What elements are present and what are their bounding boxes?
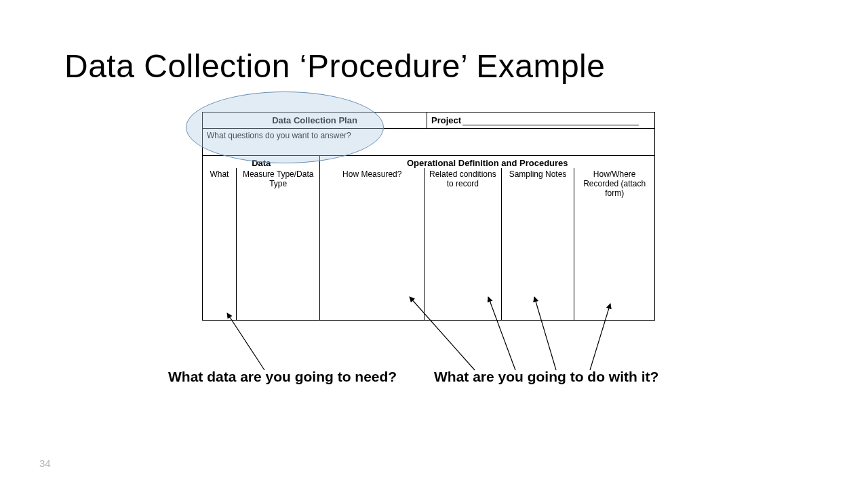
col-recorded: How/Where Recorded (attach form)	[574, 168, 654, 320]
slide: Data Collection ‘Procedure’ Example Data…	[0, 0, 868, 488]
project-label: Project	[431, 115, 461, 125]
annotation-right: What are you going to do with it?	[434, 369, 658, 385]
columns-row: What Measure Type/Data Type How Measured…	[203, 168, 654, 320]
page-number: 34	[39, 458, 51, 469]
col-sampling: Sampling Notes	[502, 168, 575, 320]
svg-line-0	[227, 313, 264, 370]
slide-title: Data Collection ‘Procedure’ Example	[64, 47, 605, 85]
col-what: What	[203, 168, 237, 320]
col-measure: Measure Type/Data Type	[237, 168, 321, 320]
group-header-row: Data Operational Definition and Procedur…	[203, 156, 654, 168]
project-blank-line	[462, 118, 639, 125]
annotation-left: What data are you going to need?	[168, 369, 397, 385]
group-data-header: Data	[203, 156, 320, 168]
group-op-header: Operational Definition and Procedures	[320, 156, 654, 168]
questions-row: What questions do you want to answer?	[203, 129, 654, 156]
data-collection-table: Data Collection Plan Project What questi…	[202, 112, 655, 321]
col-how: How Measured?	[320, 168, 425, 320]
plan-header: Data Collection Plan	[203, 113, 427, 128]
table-header-row: Data Collection Plan Project	[203, 113, 654, 129]
col-related: Related conditions to record	[425, 168, 502, 320]
project-header: Project	[427, 113, 654, 128]
